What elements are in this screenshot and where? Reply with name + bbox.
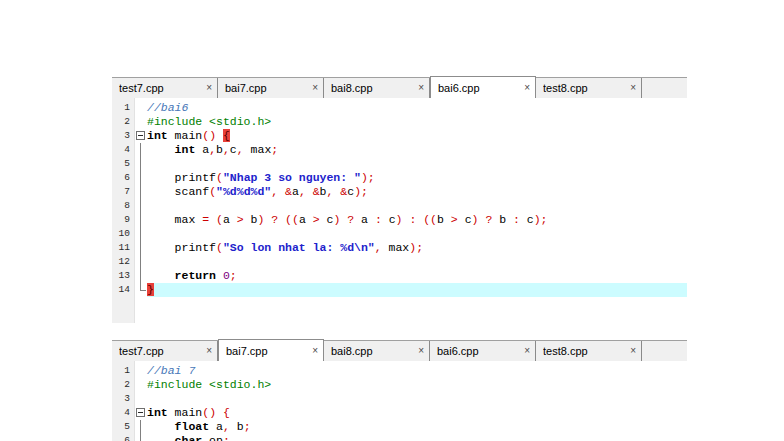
tab-label: test8.cpp — [543, 82, 626, 94]
tab-label: test7.cpp — [119, 82, 202, 94]
fold-guide-line — [134, 255, 147, 269]
tab-test8-cpp[interactable]: test8.cpp× — [536, 341, 642, 361]
code-text[interactable]: int main() { — [147, 129, 687, 143]
tab-bai7-cpp[interactable]: bai7.cpp× — [218, 339, 324, 361]
tabbar-filler — [642, 78, 687, 98]
code-editor[interactable]: 1//bai 72#include <stdio.h>34int main() … — [112, 361, 687, 441]
line-number: 5 — [112, 157, 134, 171]
tab-bai8-cpp[interactable]: bai8.cpp× — [324, 78, 430, 98]
code-token-str: "%d%d%d" — [216, 185, 271, 198]
tab-close-icon[interactable]: × — [206, 83, 212, 93]
code-editor-panel-bottom: test7.cpp×bai7.cpp×bai8.cpp×bai6.cpp×tes… — [112, 340, 687, 441]
line-number: 6 — [112, 434, 134, 441]
code-token-op: ; — [223, 434, 230, 441]
code-token-plain: a — [223, 213, 237, 226]
code-text[interactable]: } — [147, 283, 687, 297]
code-token-plain — [209, 213, 216, 226]
code-text[interactable]: max = (a > b) ? ((a > c) ? a : c) : ((b … — [147, 213, 687, 227]
code-text[interactable]: #include <stdio.h> — [147, 115, 687, 129]
code-text[interactable] — [147, 392, 687, 406]
fold-margin — [134, 115, 147, 129]
code-text[interactable]: return 0; — [147, 269, 687, 283]
code-token-plain: c — [382, 213, 396, 226]
code-token-plain: max — [382, 241, 410, 254]
code-token-plain: printf — [147, 171, 216, 184]
code-text[interactable]: char op; — [147, 434, 687, 441]
code-token-plain: a — [292, 185, 299, 198]
tab-close-icon[interactable]: × — [630, 346, 636, 356]
tab-test7-cpp[interactable]: test7.cpp× — [112, 78, 218, 98]
code-text[interactable]: //bai 7 — [147, 364, 687, 378]
line-number: 11 — [112, 241, 134, 255]
code-token-kw: return — [175, 269, 216, 282]
code-text[interactable] — [147, 157, 687, 171]
tab-label: test8.cpp — [543, 345, 626, 357]
tab-close-icon[interactable]: × — [206, 346, 212, 356]
code-line-3: 3 — [112, 392, 687, 406]
fold-guide-line — [134, 434, 147, 441]
code-token-op: & — [313, 185, 320, 198]
line-number: 7 — [112, 185, 134, 199]
code-token-plain: b — [230, 420, 244, 433]
code-token-plain: c — [520, 213, 534, 226]
code-token-plain — [306, 185, 313, 198]
code-token-plain — [216, 129, 223, 142]
code-token-plain — [216, 406, 223, 419]
code-token-op: (( — [423, 213, 437, 226]
code-text[interactable] — [147, 199, 687, 213]
code-text[interactable]: //bai6 — [147, 101, 687, 115]
code-text[interactable]: int a,b,c, max; — [147, 143, 687, 157]
tab-label: bai8.cpp — [331, 82, 414, 94]
code-token-plain: max — [147, 213, 202, 226]
code-token-op: () — [202, 129, 216, 142]
tab-close-icon[interactable]: × — [418, 83, 424, 93]
code-text[interactable] — [147, 255, 687, 269]
code-text[interactable]: int main() { — [147, 406, 687, 420]
code-token-op: , — [299, 185, 306, 198]
code-token-plain: op — [202, 434, 223, 441]
code-token-plain — [147, 420, 175, 433]
code-token-str: "So lon nhat la: %d\n" — [223, 241, 375, 254]
code-line-7: 7 scanf("%d%d%d", &a, &b, &c); — [112, 185, 687, 199]
tab-close-icon[interactable]: × — [524, 346, 530, 356]
tab-label: bai7.cpp — [225, 82, 308, 94]
code-text[interactable] — [147, 227, 687, 241]
code-editor[interactable]: 1//bai62#include <stdio.h>3int main() {4… — [112, 98, 687, 323]
code-token-op: ; — [271, 143, 278, 156]
tab-close-icon[interactable]: × — [418, 346, 424, 356]
tab-bai8-cpp[interactable]: bai8.cpp× — [324, 341, 430, 361]
code-token-plain: b — [320, 185, 327, 198]
line-number: 3 — [112, 392, 134, 406]
tab-bai6-cpp[interactable]: bai6.cpp× — [430, 76, 536, 98]
code-text[interactable]: float a, b; — [147, 420, 687, 434]
fold-margin — [134, 364, 147, 378]
tab-label: test7.cpp — [119, 345, 202, 357]
fold-collapse-icon[interactable] — [134, 129, 147, 143]
code-token-op: () — [202, 406, 216, 419]
tab-close-icon[interactable]: × — [630, 83, 636, 93]
tab-test8-cpp[interactable]: test8.cpp× — [536, 78, 642, 98]
code-text[interactable]: printf("So lon nhat la: %d\n", max); — [147, 241, 687, 255]
tab-bai6-cpp[interactable]: bai6.cpp× — [430, 341, 536, 361]
tab-bar: test7.cpp×bai7.cpp×bai8.cpp×bai6.cpp×tes… — [112, 77, 687, 98]
code-text[interactable]: printf("Nhap 3 so nguyen: "); — [147, 171, 687, 185]
code-token-kw: int — [147, 129, 168, 142]
tab-close-icon[interactable]: × — [312, 346, 318, 356]
code-token-plain — [147, 269, 175, 282]
fold-guide-line — [134, 171, 147, 185]
tab-label: bai8.cpp — [331, 345, 414, 357]
tab-test7-cpp[interactable]: test7.cpp× — [112, 341, 218, 361]
code-token-plain: b — [244, 213, 258, 226]
tab-close-icon[interactable]: × — [524, 83, 530, 93]
code-text[interactable]: scanf("%d%d%d", &a, &b, &c); — [147, 185, 687, 199]
code-token-op: ; — [230, 269, 237, 282]
code-token-op: ); — [354, 185, 368, 198]
line-number: 14 — [112, 283, 134, 297]
tab-bai7-cpp[interactable]: bai7.cpp× — [218, 78, 324, 98]
fold-end-marker — [134, 283, 147, 297]
code-token-plain: b — [216, 143, 223, 156]
fold-collapse-icon[interactable] — [134, 406, 147, 420]
tab-close-icon[interactable]: × — [312, 83, 318, 93]
code-text[interactable]: #include <stdio.h> — [147, 378, 687, 392]
line-number: 4 — [112, 143, 134, 157]
